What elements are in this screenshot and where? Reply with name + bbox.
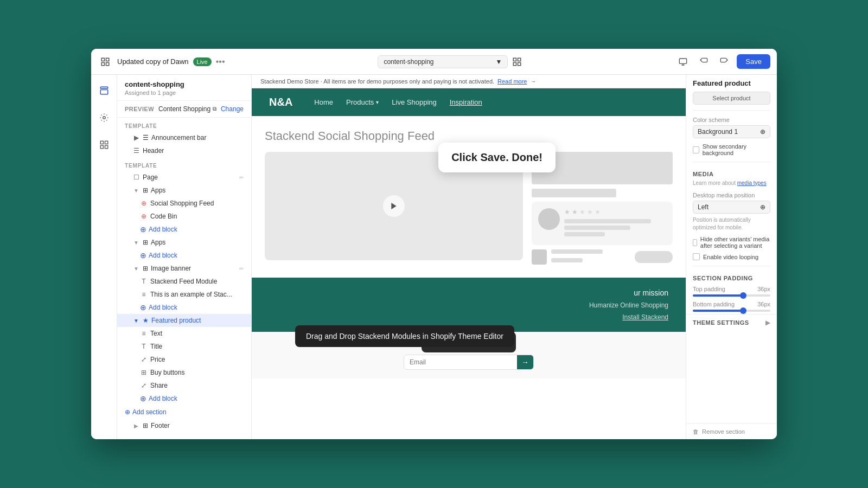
right-panel: Featured product Select product Color sc… [686, 75, 777, 439]
rp-divider-3 [693, 266, 770, 266]
theme-title: Updated copy of Dawn [117, 57, 189, 66]
hide-variants-checkbox[interactable] [693, 239, 697, 246]
sidebar-item-apps1[interactable]: ▼ ⊞ Apps [117, 184, 251, 197]
social-icon: ⊕ [140, 200, 148, 207]
rp-product-select[interactable]: Select product [693, 92, 770, 105]
mission-subtitle: Humanize Online Shopping [589, 301, 668, 309]
top-padding-thumb[interactable] [740, 292, 746, 299]
apps2-icon: ⊞ [143, 239, 148, 246]
bottom-padding-track[interactable] [693, 310, 770, 312]
svg-rect-3 [106, 62, 109, 65]
panel-title: content-shopping [125, 80, 244, 88]
sidebar-item-code-bin[interactable]: ⊕ Code Bin [117, 210, 251, 223]
desktop-media-select[interactable]: Left ⊕ [693, 201, 770, 214]
enable-video-checkbox[interactable] [693, 253, 700, 260]
pa-line-1 [551, 249, 603, 254]
header-icon: ☰ [132, 147, 140, 155]
email-input-row: → [404, 355, 534, 370]
theme-settings-row[interactable]: THEME SETTINGS ▶ [686, 314, 777, 331]
svg-rect-7 [518, 62, 521, 65]
star-2: ★ [572, 208, 578, 216]
sidebar-item-text[interactable]: ≡ Text [117, 327, 251, 340]
topbar: Updated copy of Dawn Live ••• content-sh… [91, 49, 777, 75]
sidebar-item-footer[interactable]: ▶ ⊞ Footer [117, 419, 251, 432]
apps1-icon: ⊞ [143, 187, 148, 194]
nav-inspiration[interactable]: Inspiration [450, 98, 482, 106]
sidebar-item-featured-product[interactable]: ▼ ★ Featured product [117, 314, 251, 327]
svg-rect-1 [106, 58, 109, 61]
page-edit-icon: ✏ [239, 175, 244, 181]
color-scheme-chevron: ⊕ [760, 128, 765, 136]
install-link[interactable]: Install Stackend [622, 313, 668, 321]
price-icon: ⤢ [140, 356, 148, 363]
sidebar-item-price[interactable]: ⤢ Price [117, 353, 251, 366]
panel-subtitle: Assigned to 1 page [125, 89, 244, 96]
email-submit-button[interactable]: → [517, 355, 533, 369]
live-badge: Live [193, 57, 212, 66]
hide-variants-row[interactable]: Hide other variants' media after selecti… [686, 234, 777, 251]
star-5: ★ [595, 208, 601, 216]
sidebar-item-page[interactable]: ☐ Page ✏ [117, 171, 251, 184]
products-chevron: ▾ [376, 99, 379, 105]
sidebar-item-feed-module[interactable]: T Stackend Feed Module [117, 275, 251, 288]
bottom-padding-thumb[interactable] [740, 307, 746, 314]
sidebar-item-social-shopping[interactable]: ⊕ Social Shopping Feed [117, 197, 251, 210]
add-block-2[interactable]: ⊕ Add block [117, 249, 251, 262]
pa-lines [551, 249, 630, 265]
rp-color-scheme-row: Color scheme Background 1 ⊕ [686, 114, 777, 141]
url-selector[interactable]: content-shopping ▼ [378, 55, 508, 68]
announcement-icon2: ☰ [143, 134, 149, 142]
sidebar-item-announcement-bar[interactable]: ▶ ☰ Announcement bar [117, 131, 251, 144]
svg-rect-6 [514, 62, 516, 65]
sidebar-item-share[interactable]: ⤢ Share [117, 379, 251, 392]
add-block-1[interactable]: ⊕ Add block [117, 223, 251, 236]
page-icon: ☐ [132, 174, 140, 181]
top-padding-track[interactable] [693, 294, 770, 297]
sidebar-item-apps2[interactable]: ▼ ⊞ Apps [117, 236, 251, 249]
play-button[interactable] [383, 195, 405, 217]
remove-section-button[interactable]: 🗑 Remove section [686, 423, 777, 439]
email-input[interactable] [404, 355, 517, 369]
change-link[interactable]: Change [221, 105, 244, 113]
show-secondary-bg-row[interactable]: Show secondary background [686, 141, 777, 158]
add-icon-2: ⊕ [140, 251, 146, 260]
add-icon-3: ⊕ [140, 303, 146, 312]
color-scheme-select[interactable]: Background 1 ⊕ [693, 125, 770, 138]
read-more-link[interactable]: Read more [497, 78, 527, 85]
add-section-link[interactable]: ⊕ Add section [117, 405, 251, 419]
sidebar-item-example[interactable]: ≡ This is an example of Stac... [117, 288, 251, 301]
save-button[interactable]: Save [737, 54, 770, 69]
media-types-link[interactable]: media types [737, 180, 767, 186]
redo-button[interactable] [716, 54, 732, 70]
add-icon-1: ⊕ [140, 225, 146, 234]
grid-toggle[interactable] [512, 55, 522, 68]
sidebar-icon-sections[interactable] [95, 81, 113, 100]
monitor-button[interactable] [675, 54, 691, 70]
menu-icon[interactable] [98, 54, 113, 69]
show-secondary-bg-checkbox[interactable] [693, 146, 699, 153]
store-nav: N&A Home Products ▾ Live Shopping Inspir… [252, 88, 686, 116]
section-padding-title: SECTION PADDING [686, 269, 777, 284]
pa-line-2 [551, 258, 583, 262]
add-block-3[interactable]: ⊕ Add block [117, 301, 251, 314]
sidebar-icon-blocks[interactable] [95, 136, 113, 154]
feed-title: Stackend Social Shopping Feed [265, 129, 673, 143]
image-banner-icon: ⊞ [143, 265, 148, 272]
sidebar-icon-customize[interactable] [95, 108, 113, 127]
sidebar-item-title[interactable]: T Title [117, 340, 251, 353]
more-options[interactable]: ••• [216, 57, 225, 67]
enable-video-row[interactable]: Enable video looping [686, 251, 777, 262]
sidebar-item-header[interactable]: ☰ Header [117, 144, 251, 157]
undo-button[interactable] [695, 54, 712, 70]
svg-rect-4 [514, 58, 516, 61]
top-padding-row: Top padding 36px [686, 284, 777, 299]
template-section: TEMPLATE [117, 157, 251, 171]
sidebar-item-image-banner[interactable]: ▼ ⊞ Image banner ✏ [117, 262, 251, 275]
nav-products[interactable]: Products ▾ [346, 98, 379, 106]
preview-content: Stackend Social Shopping Feed [252, 116, 686, 278]
add-block-4[interactable]: ⊕ Add block [117, 392, 251, 405]
nav-home[interactable]: Home [314, 98, 333, 106]
nav-live-shopping[interactable]: Live Shopping [392, 98, 436, 106]
svg-rect-2 [101, 62, 104, 65]
sidebar-item-buy-buttons[interactable]: ⊞ Buy buttons [117, 366, 251, 379]
